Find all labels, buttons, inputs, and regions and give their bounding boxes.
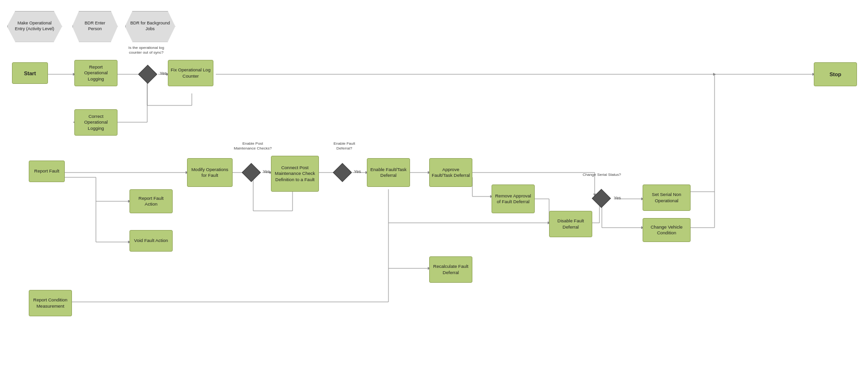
- enable-fault-deferral-diamond: [333, 163, 352, 182]
- yes-label-post-maintenance: Yes: [263, 169, 270, 174]
- stop-node: Stop: [814, 62, 857, 86]
- fix-operational-log-counter-node: Fix Operational Log Counter: [168, 60, 213, 86]
- enable-post-maintenance-diamond: [242, 163, 261, 182]
- modify-operations-for-fault-node: Modify Operations for Fault: [187, 158, 233, 187]
- hex-bdr-enter-person: BDR Enter Person: [71, 10, 119, 43]
- enable-fault-task-deferral-node: Enable Fault/Task Deferral: [367, 158, 410, 187]
- set-serial-non-operational-node: Set Serial Non Operational: [643, 184, 691, 211]
- change-vehicle-condition-node: Change Vehicle Condition: [643, 218, 691, 242]
- hex-bdr-background-jobs: BDR for Background Jobs: [124, 10, 176, 43]
- report-condition-measurement-node: Report Condition Measurement: [29, 290, 72, 316]
- diagram-container: Make Operational Entry (Activity Level) …: [0, 0, 868, 369]
- recalculate-fault-deferral-node: Recalculate Fault Deferral: [429, 256, 472, 283]
- enable-post-maintenance-label: Enable Post Maintenance Checks?: [234, 141, 272, 150]
- remove-approval-fault-deferral-node: Remove Approval of Fault Deferral: [492, 184, 535, 213]
- is-out-of-sync-diamond: [138, 65, 157, 84]
- disable-fault-deferral-node: Disable Fault Deferral: [549, 211, 592, 237]
- void-fault-action-node: Void Fault Action: [129, 230, 173, 252]
- report-operational-logging-node: Report Operational Logging: [74, 60, 117, 86]
- change-serial-status-diamond: [592, 189, 611, 208]
- is-out-of-sync-label: Is the operational log counter out of sy…: [125, 46, 168, 55]
- correct-operational-logging-node: Correct Operational Logging: [74, 109, 117, 136]
- change-serial-status-label: Change Serial Status?: [580, 173, 623, 177]
- report-fault-node: Report Fault: [29, 161, 65, 182]
- hex-make-operational-entry: Make Operational Entry (Activity Level): [6, 10, 63, 43]
- start-node: Start: [12, 62, 48, 84]
- connect-post-maintenance-node: Connect Post Maintenance Check Definitio…: [271, 156, 319, 192]
- yes-label-fault-deferral: Yes: [354, 169, 361, 174]
- enable-fault-deferral-label: Enable Fault Deferral?: [325, 141, 364, 150]
- yes-label-serial-status: Yes: [614, 196, 621, 200]
- report-fault-action-node: Report Fault Action: [129, 189, 173, 213]
- yes-label-out-of-sync: Yes: [160, 71, 167, 76]
- approve-fault-task-deferral-node: Approve Fault/Task Deferral: [429, 158, 472, 187]
